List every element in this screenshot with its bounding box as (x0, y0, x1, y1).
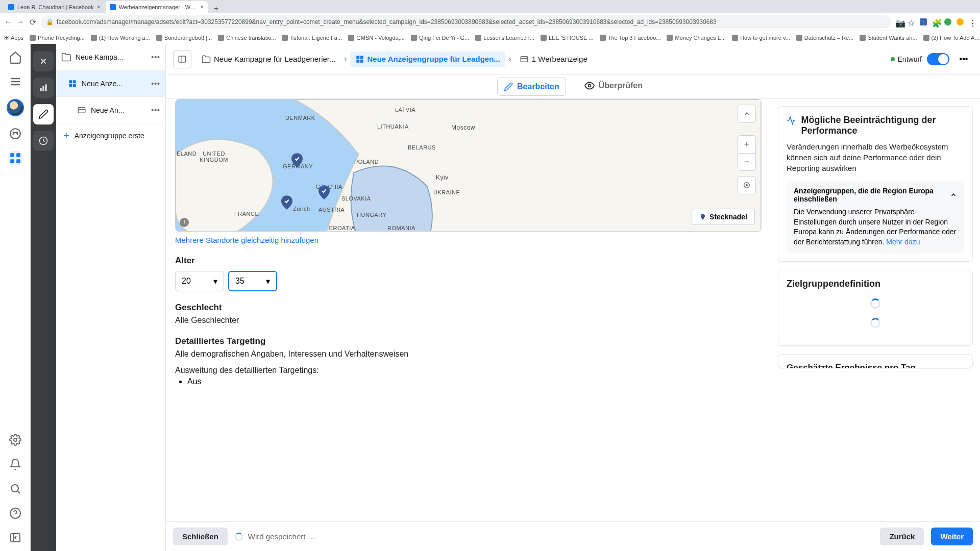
extension-icon[interactable] (944, 18, 951, 26)
svg-point-11 (11, 485, 18, 492)
tree-item-campaign[interactable]: Neue Kampa... ••• (56, 44, 165, 70)
settings-icon[interactable] (8, 433, 22, 447)
more-icon[interactable]: ••• (151, 53, 160, 61)
svg-rect-23 (69, 80, 72, 83)
bookmarks-bar: ⊞Apps Phone Recycling... (1) How Working… (0, 31, 980, 44)
panel-toggle-button[interactable] (173, 50, 191, 68)
back-icon[interactable]: ← (4, 18, 12, 26)
map-label: DENMARK (285, 115, 315, 121)
favicon-icon (218, 35, 224, 41)
next-button[interactable]: Weiter (931, 528, 973, 545)
tab-edit[interactable]: Bearbeiten (497, 78, 566, 96)
bookmark-item[interactable]: Qing Fei De Yi - G... (411, 35, 469, 41)
bell-icon[interactable] (8, 457, 22, 471)
more-icon[interactable]: ••• (151, 80, 160, 88)
overflow-button[interactable]: ••• (954, 50, 973, 68)
age-max-select[interactable]: 35 ▾ (228, 271, 277, 291)
more-icon[interactable]: ••• (151, 106, 160, 114)
map-collapse-button[interactable] (738, 105, 756, 123)
drop-pin-button[interactable]: Stecknadel (692, 209, 755, 225)
map-label: Moscow (451, 124, 475, 131)
map-locate-button[interactable] (738, 176, 756, 194)
breadcrumb-ad[interactable]: 1 Werbeanzeige (514, 52, 593, 67)
history-step-icon[interactable] (33, 131, 54, 151)
zoom-out-button[interactable]: − (738, 153, 755, 170)
svg-point-37 (588, 85, 591, 87)
avatar[interactable] (7, 99, 24, 116)
close-button[interactable]: Schließen (173, 528, 228, 545)
bookmark-item[interactable]: GMSN - Vologda,... (348, 35, 405, 41)
bookmark-item[interactable]: Student Wants an... (860, 35, 917, 41)
favicon-icon (600, 35, 606, 41)
gauge-icon[interactable] (8, 127, 22, 141)
bookmark-item[interactable]: ⊞Apps (4, 34, 23, 41)
add-multiple-locations-link[interactable]: Mehrere Standorte gleichzeitig hinzufüge… (175, 236, 762, 244)
url-field[interactable]: 🔒 facebook.com/adsmanager/manage/adsets/… (41, 15, 891, 29)
status-dot-icon (891, 57, 895, 61)
browser-tab[interactable]: Leon R. Chaudhari | Facebook × (4, 1, 105, 13)
map-label: ROMANIA (387, 225, 415, 231)
star-icon[interactable]: ☆ (908, 18, 915, 26)
reload-icon[interactable]: ⟳ (29, 18, 37, 26)
new-tab-button[interactable]: + (209, 4, 224, 13)
edit-step-icon[interactable] (33, 104, 54, 124)
charts-step-icon[interactable] (33, 78, 54, 98)
main-panel: Neue Kampagne für Leadgenerier... › Neue… (166, 44, 980, 551)
tree-item-adset[interactable]: Neue Anze... ••• (56, 70, 165, 97)
menu-icon[interactable] (8, 74, 22, 89)
bookmark-item[interactable]: Sonderangebot! |... (156, 35, 212, 41)
ads-manager-icon[interactable] (8, 151, 22, 165)
close-tab-icon[interactable]: × (97, 4, 101, 11)
bookmark-item[interactable]: The Top 3 Faceboo... (600, 35, 661, 41)
bookmark-item[interactable]: Chinese translatio... (218, 35, 276, 41)
map-label: SLOVAKIA (341, 195, 371, 202)
forward-icon[interactable]: → (16, 18, 24, 26)
breadcrumb: Neue Kampagne für Leadgenerier... › Neue… (197, 52, 886, 67)
location-map[interactable]: DENMARK LATVIA LITHUANIA BELARUS UKRAINE… (175, 99, 762, 232)
bookmark-item[interactable]: Phone Recycling... (30, 35, 85, 41)
learn-more-link[interactable]: Mehr dazu (886, 238, 920, 246)
bookmark-item[interactable]: Money Changes E... (667, 35, 726, 41)
map-info-icon[interactable]: i (180, 218, 189, 227)
map-label: POLAND (354, 159, 379, 165)
extension-icon[interactable] (920, 18, 927, 26)
breadcrumb-adset[interactable]: Neue Anzeigengruppe für Leadgen... (350, 52, 505, 67)
help-icon[interactable] (8, 506, 22, 520)
puzzle-icon[interactable]: 🧩 (932, 18, 939, 26)
close-editor-button[interactable] (33, 51, 54, 71)
folder-icon (61, 52, 71, 62)
tab-review[interactable]: Überprüfen (578, 74, 649, 98)
bookmark-item[interactable]: Tutorial: Eigene Fa... (282, 35, 342, 41)
add-adset-button[interactable]: + Anzeigengruppe erste (56, 123, 165, 148)
favicon-icon (91, 35, 97, 41)
step-rail (31, 44, 56, 551)
tree-item-ad[interactable]: Neue An... ••• (56, 97, 165, 123)
map-label: HUNGARY (357, 212, 386, 218)
close-tab-icon[interactable]: × (200, 4, 204, 11)
svg-rect-6 (10, 153, 14, 157)
browser-tab[interactable]: Werbeanzeigenmanager - We... × (106, 1, 208, 13)
back-button[interactable]: Zurück (880, 528, 924, 545)
detailed-targeting-label: Detailliertes Targeting (175, 336, 762, 346)
zoom-in-button[interactable]: + (738, 136, 755, 153)
apps-icon: ⊞ (4, 34, 9, 41)
chevron-up-icon[interactable] (950, 191, 957, 198)
menu-icon[interactable]: ⋮ (969, 18, 976, 26)
bookmark-item[interactable]: LEE 'S HOUSE ... (541, 35, 594, 41)
collapse-icon[interactable] (8, 531, 22, 545)
bookmark-item[interactable]: How to get more v... (732, 35, 790, 41)
screenshot-icon[interactable]: 📷 (895, 18, 902, 26)
profile-icon[interactable] (957, 18, 964, 26)
bookmark-item[interactable]: (2) How To Add A... (923, 35, 979, 41)
home-icon[interactable] (8, 50, 22, 64)
map-label: Kyiv (436, 174, 449, 181)
breadcrumb-campaign[interactable]: Neue Kampagne für Leadgenerier... (197, 52, 341, 67)
search-icon[interactable] (8, 482, 22, 496)
svg-rect-33 (356, 59, 359, 62)
bookmark-item[interactable]: Datenschutz – Re... (796, 35, 854, 41)
bookmark-item[interactable]: (1) How Working a... (91, 35, 150, 41)
age-min-select[interactable]: 20 ▾ (175, 271, 224, 291)
publish-toggle[interactable] (927, 53, 949, 65)
tab-title: Leon R. Chaudhari | Facebook (17, 4, 94, 10)
bookmark-item[interactable]: Lessons Learned f... (475, 35, 534, 41)
